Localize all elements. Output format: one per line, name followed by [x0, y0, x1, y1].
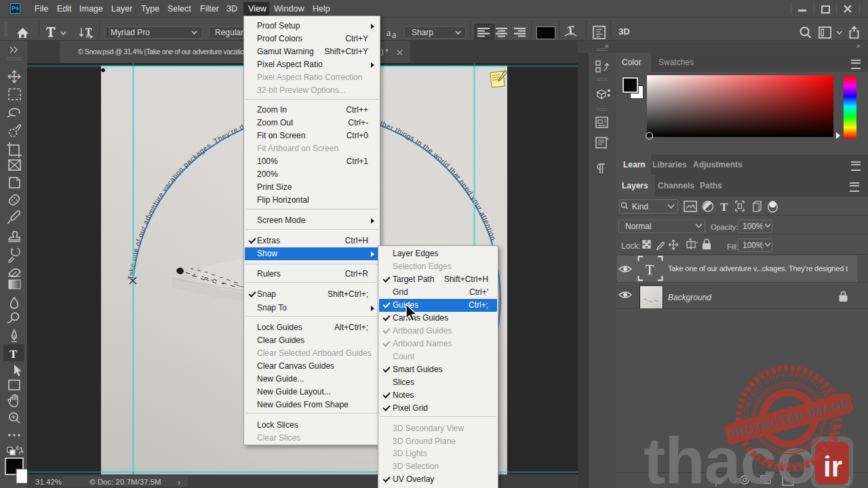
svg-text:T: T — [720, 201, 728, 214]
svg-text:a: a — [387, 28, 391, 38]
svg-text:a: a — [392, 30, 397, 40]
svg-text:T: T — [9, 348, 18, 361]
svg-text:T: T — [646, 262, 654, 277]
